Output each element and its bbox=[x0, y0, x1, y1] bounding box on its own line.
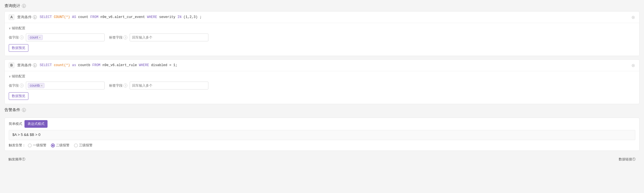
chevron-icon-B: ∨ bbox=[9, 75, 11, 78]
data-link-label: 数据链接① bbox=[619, 157, 636, 162]
alert-mode-row: 简单模式 表达式模式 bbox=[5, 118, 639, 130]
preview-btn-A[interactable]: 数据预览 bbox=[9, 44, 28, 52]
query-condition-label-B: 查询条件 ℹ bbox=[17, 63, 37, 68]
simple-mode-label: 简单模式 bbox=[9, 122, 22, 126]
tag-field-group-A: 标签字段 ℹ bbox=[109, 33, 208, 41]
tag-field-label-A: 标签字段 ℹ bbox=[109, 35, 127, 40]
radio-dot-2 bbox=[52, 145, 54, 146]
query-id-B: B bbox=[9, 62, 14, 68]
tag-field-group-B: 标签字段 ℹ bbox=[109, 82, 208, 89]
expression-mode-button[interactable]: 表达式模式 bbox=[24, 120, 48, 128]
query-header-A: A查询条件 ℹSELECT COUNT(*) AS count FROM n9e… bbox=[5, 12, 639, 23]
value-field-group-B: 值字段 ℹcountb × bbox=[9, 82, 105, 89]
value-field-label-B: 值字段 ℹ bbox=[9, 83, 24, 88]
tag-field-info-A[interactable]: ℹ bbox=[123, 35, 127, 39]
radio-label-2: 二级报警 bbox=[56, 143, 69, 148]
query-header-B: B查询条件 ℹSELECT count(*) as countb FROM n9… bbox=[5, 60, 639, 71]
value-field-info-A[interactable]: ℹ bbox=[20, 35, 24, 39]
query-sql-B[interactable]: SELECT count(*) as countb FROM n9e_v6.al… bbox=[40, 63, 628, 67]
value-tag-input-B[interactable]: countb × bbox=[26, 82, 105, 89]
chevron-icon-A: ∨ bbox=[9, 27, 11, 30]
query-sql-A[interactable]: SELECT COUNT(*) AS count FROM n9e_v6.ale… bbox=[40, 15, 628, 19]
aux-title-B[interactable]: ∨ 辅助配置 bbox=[9, 74, 635, 79]
tag-field-label-B: 标签字段 ℹ bbox=[109, 83, 127, 88]
radio-item-2[interactable]: 二级报警 bbox=[51, 143, 69, 148]
field-row-A: 值字段 ℹcount ×标签字段 ℹ bbox=[9, 33, 635, 41]
query-condition-label-A: 查询条件 ℹ bbox=[17, 15, 37, 20]
tag-placeholder-input-B[interactable] bbox=[130, 82, 208, 89]
trigger-label: 触发告警： bbox=[9, 143, 26, 148]
remove-tag-B[interactable]: × bbox=[41, 84, 42, 87]
trigger-frequency-label: 触发频率① bbox=[8, 157, 25, 162]
aux-title-A[interactable]: ∨ 辅助配置 bbox=[9, 26, 635, 31]
value-tag-B: countb × bbox=[28, 83, 44, 88]
tag-placeholder-input-A[interactable] bbox=[130, 33, 208, 41]
aux-config-A: ∨ 辅助配置值字段 ℹcount ×标签字段 ℹ数据预览 bbox=[5, 23, 639, 56]
value-tag-input-A[interactable]: count × bbox=[26, 33, 105, 41]
query-blocks-container: A查询条件 ℹSELECT COUNT(*) AS count FROM n9e… bbox=[4, 11, 640, 104]
preview-btn-B[interactable]: 数据预览 bbox=[9, 92, 28, 100]
remove-tag-A[interactable]: × bbox=[39, 36, 40, 39]
query-block-B: B查询条件 ℹSELECT count(*) as countb FROM n9… bbox=[4, 59, 640, 104]
value-field-label-A: 值字段 ℹ bbox=[9, 35, 24, 40]
close-query-A[interactable]: ⊗ bbox=[631, 15, 635, 19]
radio-circle-3 bbox=[74, 143, 78, 147]
alert-condition-title-row: 告警条件 ℹ bbox=[4, 107, 640, 115]
bottom-right: 数据链接① bbox=[619, 157, 636, 162]
value-tag-A: count × bbox=[28, 35, 43, 40]
query-block-A: A查询条件 ℹSELECT COUNT(*) AS count FROM n9e… bbox=[4, 11, 640, 56]
alert-condition-block: 简单模式 表达式模式 $A > 5 && $B > 0 触发告警： 一级报警二级… bbox=[4, 118, 640, 151]
query-info-icon-A[interactable]: ℹ bbox=[33, 15, 37, 19]
page-title-info-icon[interactable]: ℹ bbox=[22, 4, 26, 8]
radio-group: 一级报警二级报警三级报警 bbox=[28, 143, 93, 148]
field-row-B: 值字段 ℹcountb ×标签字段 ℹ bbox=[9, 82, 635, 89]
query-info-icon-B[interactable]: ℹ bbox=[33, 63, 37, 67]
alert-condition-section: 告警条件 ℹ 简单模式 表达式模式 $A > 5 && $B > 0 触发告警：… bbox=[4, 107, 640, 151]
page-title: 查询统计 bbox=[4, 3, 20, 8]
radio-label-3: 三级报警 bbox=[79, 143, 93, 148]
bottom-row: 触发频率① 数据链接① bbox=[4, 154, 640, 163]
aux-config-B: ∨ 辅助配置值字段 ℹcountb ×标签字段 ℹ数据预览 bbox=[5, 71, 639, 104]
alert-condition-info-icon[interactable]: ℹ bbox=[22, 108, 26, 112]
close-query-B[interactable]: ⊗ bbox=[631, 63, 635, 68]
value-field-group-A: 值字段 ℹcount × bbox=[9, 33, 105, 41]
alert-condition-title: 告警条件 bbox=[4, 107, 20, 113]
radio-item-1[interactable]: 一级报警 bbox=[28, 143, 46, 148]
tag-field-info-B[interactable]: ℹ bbox=[123, 84, 127, 87]
page-container: 查询统计 ℹ A查询条件 ℹSELECT COUNT(*) AS count F… bbox=[0, 0, 644, 193]
page-title-row: 查询统计 ℹ bbox=[4, 3, 640, 8]
bottom-left: 触发频率① bbox=[8, 157, 25, 162]
radio-circle-2 bbox=[51, 143, 55, 147]
trigger-row: 触发告警： 一级报警二级报警三级报警 bbox=[5, 140, 639, 151]
query-id-A: A bbox=[9, 14, 14, 20]
radio-item-3[interactable]: 三级报警 bbox=[74, 143, 93, 148]
value-field-info-B[interactable]: ℹ bbox=[20, 84, 24, 87]
expression-input[interactable]: $A > 5 && $B > 0 bbox=[9, 130, 635, 140]
radio-circle-1 bbox=[28, 143, 32, 147]
radio-label-1: 一级报警 bbox=[33, 143, 46, 148]
